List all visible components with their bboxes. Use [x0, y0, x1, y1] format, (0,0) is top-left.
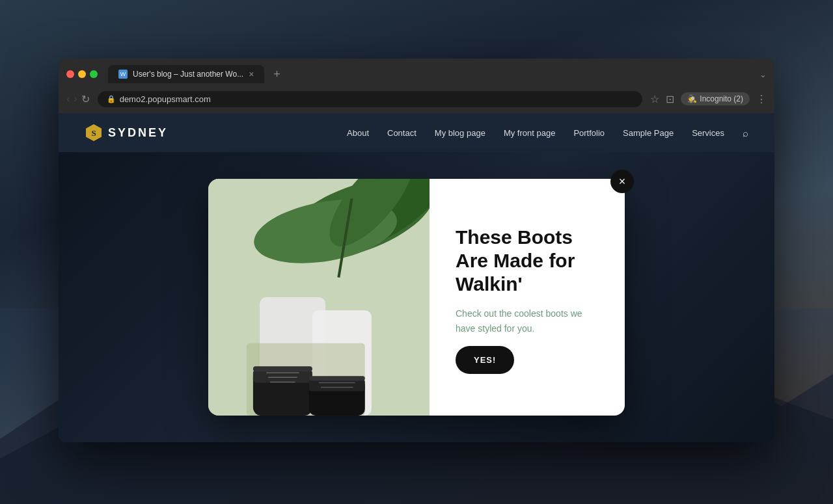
close-icon: × [619, 175, 626, 189]
address-bar: ‹ › ↻ 🔒 demo2.popupsmart.com ☆ ⊡ 🕵 Incog… [59, 85, 774, 113]
search-icon[interactable]: ⌕ [743, 127, 748, 139]
popup-content-panel: These Boots Are Made for Walkin' Check o… [430, 179, 625, 416]
browser-window: W User's blog – Just another Wo... × + ⌄… [59, 59, 774, 442]
forward-button[interactable]: › [74, 93, 77, 105]
popup-title: These Boots Are Made for Walkin' [456, 226, 599, 296]
minimize-button[interactable] [78, 70, 86, 78]
lock-icon: 🔒 [107, 95, 116, 103]
popup-container: × [208, 179, 625, 416]
new-tab-button[interactable]: + [269, 66, 284, 83]
svg-rect-23 [253, 366, 312, 371]
tab-close-icon[interactable]: × [249, 69, 254, 79]
tab-bar: W User's blog – Just another Wo... × + ⌄ [59, 59, 774, 85]
svg-rect-20 [309, 379, 365, 391]
incognito-badge: 🕵 Incognito (2) [681, 92, 750, 105]
menu-icon[interactable]: ⋮ [756, 93, 767, 105]
window-icon[interactable]: ⊡ [666, 93, 674, 105]
popup-overlay: × [59, 152, 774, 442]
website-content: S SYDNEY About Contact My blog page My f… [59, 113, 774, 442]
favicon-letter: W [120, 71, 126, 77]
svg-rect-24 [309, 376, 365, 380]
nav-link-about[interactable]: About [347, 128, 369, 138]
site-navigation: About Contact My blog page My front page… [347, 127, 748, 139]
logo-shape: S [85, 124, 103, 142]
reload-button[interactable]: ↻ [81, 93, 90, 105]
nav-link-services[interactable]: Services [692, 128, 724, 138]
site-header: S SYDNEY About Contact My blog page My f… [59, 113, 774, 152]
url-text: demo2.popupsmart.com [120, 94, 211, 104]
incognito-label: Incognito (2) [700, 94, 743, 103]
popup-image-panel [208, 179, 430, 416]
address-input[interactable]: 🔒 demo2.popupsmart.com [98, 91, 643, 107]
nav-link-contact[interactable]: Contact [387, 128, 416, 138]
navigation-buttons: ‹ › ↻ [66, 93, 90, 105]
popup-description: Check out the coolest boots we have styl… [456, 306, 599, 336]
tab-title: User's blog – Just another Wo... [133, 70, 243, 79]
svg-text:S: S [91, 128, 96, 138]
active-tab[interactable]: W User's blog – Just another Wo... × [108, 65, 264, 83]
nav-link-portfolio[interactable]: Portfolio [573, 128, 605, 138]
site-main: × [59, 152, 774, 442]
maximize-button[interactable] [90, 70, 98, 78]
popup-cta-button[interactable]: YES! [456, 346, 514, 374]
incognito-icon: 🕵 [687, 94, 697, 103]
nav-link-blog[interactable]: My blog page [435, 128, 485, 138]
bookmark-icon[interactable]: ☆ [650, 93, 659, 105]
logo-text: SYDNEY [108, 126, 168, 140]
tab-favicon: W [118, 70, 128, 79]
close-button[interactable] [66, 70, 74, 78]
nav-link-sample[interactable]: Sample Page [623, 128, 674, 138]
chevron-down-icon[interactable]: ⌄ [759, 70, 767, 79]
browser-chrome: W User's blog – Just another Wo... × + ⌄… [59, 59, 774, 113]
boot-image [208, 179, 430, 416]
back-button[interactable]: ‹ [66, 93, 70, 105]
site-logo: S SYDNEY [85, 124, 168, 142]
traffic-lights [66, 70, 98, 78]
address-actions: ☆ ⊡ 🕵 Incognito (2) ⋮ [650, 92, 767, 105]
browser-controls-right: ⌄ [759, 70, 767, 79]
nav-link-front[interactable]: My front page [504, 128, 556, 138]
popup-close-button[interactable]: × [610, 170, 634, 193]
